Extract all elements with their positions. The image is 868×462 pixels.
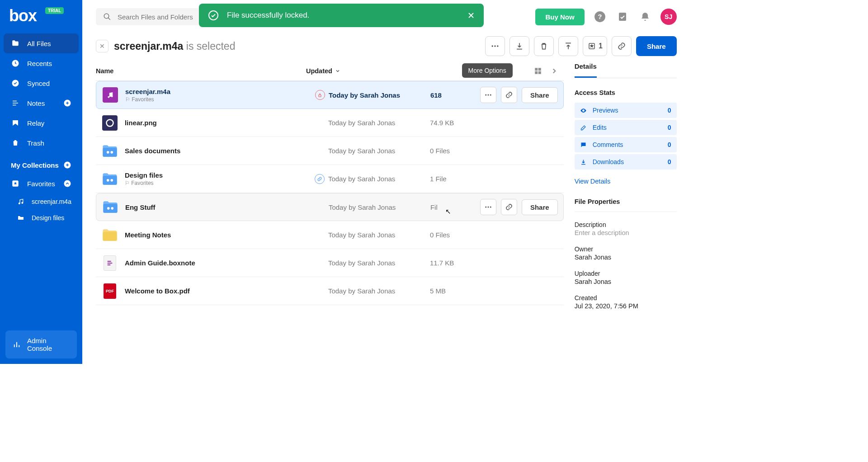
file-name[interactable]: Welcome to Box.pdf — [125, 287, 315, 295]
plus-circle-icon[interactable] — [63, 99, 71, 107]
box-logo: box — [9, 6, 37, 25]
favorite-item-design-files[interactable]: Design files — [4, 210, 79, 226]
stat-count: 0 — [668, 158, 671, 165]
size-cell: 1 File — [430, 175, 480, 183]
grid-view-icon[interactable] — [534, 67, 542, 75]
stat-count: 0 — [668, 107, 671, 114]
stat-row-comments[interactable]: Comments0 — [575, 137, 677, 152]
stat-row-downloads[interactable]: Downloads0 — [575, 154, 677, 170]
collection-button[interactable]: 1 — [583, 36, 607, 56]
lock-icon — [315, 90, 325, 100]
sidebar-item-recents[interactable]: Recents — [4, 53, 79, 73]
buy-now-button[interactable]: Buy Now — [535, 9, 584, 25]
sidebar-item-favorites[interactable]: Favorites — [4, 174, 79, 193]
file-type-icon — [102, 227, 118, 243]
close-selection-button[interactable]: ✕ — [96, 40, 108, 52]
svg-point-6 — [64, 180, 71, 187]
table-row[interactable]: Meeting NotesToday by Sarah Jonas0 Files — [96, 221, 564, 249]
chevron-down-icon — [335, 68, 340, 74]
sidebar-item-relay[interactable]: Relay — [4, 113, 79, 133]
view-details-link[interactable]: View Details — [575, 178, 611, 185]
table-row[interactable]: Design files⚐ FavoritesToday by Sarah Jo… — [96, 165, 564, 193]
sidebar-item-label: Favorites — [27, 180, 55, 188]
trash-button[interactable] — [534, 36, 554, 56]
size-cell: 0 Files — [430, 147, 480, 155]
file-name[interactable]: linear.png — [125, 119, 315, 127]
file-type-icon — [102, 255, 118, 271]
column-name[interactable]: Name — [96, 67, 306, 75]
tab-details[interactable]: Details — [575, 62, 597, 78]
favorite-item-screenjar[interactable]: screenjar.m4a — [4, 193, 79, 210]
plus-circle-icon[interactable] — [63, 161, 71, 169]
admin-console-button[interactable]: Admin Console — [5, 330, 77, 358]
check-circle-icon — [11, 79, 20, 88]
stat-row-edits[interactable]: Edits0 — [575, 120, 677, 135]
row-share-button[interactable]: Share — [522, 87, 558, 103]
my-collections-header: My Collections — [4, 153, 79, 174]
row-link-button[interactable] — [501, 87, 517, 103]
avatar[interactable]: SJ — [660, 9, 677, 25]
size-cell: 11.7 KB — [430, 259, 480, 267]
chevron-right-icon[interactable] — [550, 67, 558, 75]
close-icon[interactable] — [467, 12, 475, 19]
tasks-icon[interactable] — [615, 9, 630, 24]
file-name[interactable]: Design files — [125, 171, 315, 179]
row-share-button[interactable]: Share — [522, 199, 558, 215]
updated-cell: Today by Sarah Jonas — [329, 203, 430, 211]
svg-point-39 — [490, 207, 491, 208]
folder-icon — [11, 39, 20, 48]
sidebar-item-synced[interactable]: Synced — [4, 73, 79, 93]
table-row[interactable]: Admin Guide.boxnoteToday by Sarah Jonas1… — [96, 249, 564, 277]
row-link-button[interactable] — [501, 199, 517, 215]
folder-icon — [17, 214, 24, 222]
upload-button[interactable] — [558, 36, 578, 56]
more-options-button[interactable] — [485, 36, 505, 56]
notes-icon — [11, 99, 20, 108]
svg-point-24 — [485, 94, 486, 96]
stat-count: 0 — [668, 124, 671, 131]
svg-rect-17 — [535, 68, 538, 71]
created-label: Created — [575, 294, 677, 302]
file-name[interactable]: Admin Guide.boxnote — [125, 259, 315, 267]
file-name[interactable]: Meeting Notes — [125, 231, 315, 239]
link-button[interactable] — [612, 36, 632, 56]
updated-cell: Today by Sarah Jonas — [328, 147, 430, 155]
sidebar-item-all-files[interactable]: All Files — [4, 33, 79, 53]
chevron-up-circle-icon[interactable] — [63, 179, 71, 188]
svg-point-33 — [110, 179, 113, 182]
svg-point-21 — [108, 96, 109, 98]
table-row[interactable]: PDFWelcome to Box.pdfToday by Sarah Jona… — [96, 277, 564, 305]
updated-cell: Today by Sarah Jonas — [328, 259, 430, 267]
svg-text:?: ? — [598, 13, 602, 20]
favorites-tag: ⚐ Favorites — [125, 180, 315, 186]
stat-label: Downloads — [593, 158, 624, 165]
svg-point-32 — [107, 179, 109, 182]
svg-rect-28 — [103, 147, 117, 156]
description-field[interactable]: Enter a description — [575, 229, 677, 236]
row-more-button[interactable] — [480, 87, 496, 103]
svg-point-15 — [497, 45, 498, 47]
sidebar-item-notes[interactable]: Notes — [4, 93, 79, 113]
svg-point-35 — [107, 207, 110, 210]
share-button[interactable]: Share — [636, 36, 677, 56]
star-icon — [11, 179, 20, 188]
table-row[interactable]: linear.pngToday by Sarah Jonas74.9 KB — [96, 109, 564, 137]
sidebar-item-trash[interactable]: Trash — [4, 133, 79, 153]
uploader-label: Uploader — [575, 270, 677, 277]
bell-icon[interactable] — [638, 9, 652, 24]
table-row[interactable]: Eng StuffToday by Sarah Jonas FilShare — [96, 193, 564, 221]
help-icon[interactable]: ? — [593, 9, 607, 24]
row-more-button[interactable] — [480, 199, 496, 215]
file-name[interactable]: Eng Stuff — [125, 203, 315, 211]
column-updated[interactable]: Updated — [306, 67, 408, 75]
stat-row-previews[interactable]: Previews0 — [575, 103, 677, 118]
table-row[interactable]: Sales documentsToday by Sarah Jonas0 Fil… — [96, 137, 564, 165]
trash-icon — [11, 138, 20, 147]
file-name[interactable]: Sales documents — [125, 147, 315, 155]
file-name[interactable]: screenjar.m4a — [125, 88, 315, 95]
download-button[interactable] — [509, 36, 529, 56]
table-row[interactable]: screenjar.m4a⚐ FavoritesToday by Sarah J… — [96, 81, 564, 109]
stat-icon — [580, 141, 588, 148]
size-cell: 74.9 KB — [430, 119, 480, 127]
svg-point-26 — [490, 94, 491, 96]
